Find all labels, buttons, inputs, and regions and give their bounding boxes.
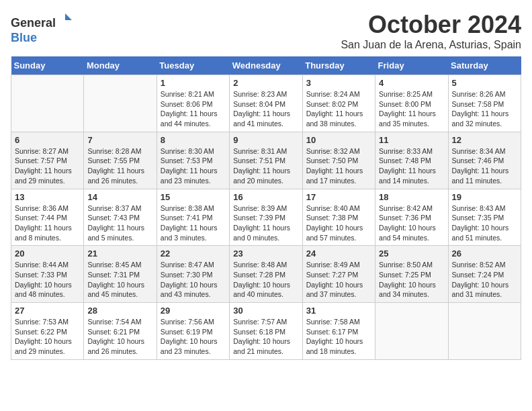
day-number: 19 [452, 192, 517, 202]
calendar-cell: 15Sunrise: 8:38 AMSunset: 7:41 PMDayligh… [157, 189, 229, 246]
day-detail: Sunrise: 8:24 AMSunset: 8:02 PMDaylight:… [306, 89, 371, 129]
calendar-cell: 18Sunrise: 8:42 AMSunset: 7:36 PMDayligh… [375, 189, 448, 246]
calendar-cell: 1Sunrise: 8:21 AMSunset: 8:06 PMDaylight… [157, 75, 229, 132]
calendar-cell: 13Sunrise: 8:36 AMSunset: 7:44 PMDayligh… [11, 189, 84, 246]
day-number: 16 [233, 192, 298, 202]
day-detail: Sunrise: 8:38 AMSunset: 7:41 PMDaylight:… [161, 203, 226, 243]
day-number: 8 [161, 135, 226, 145]
calendar-cell: 8Sunrise: 8:30 AMSunset: 7:53 PMDaylight… [157, 132, 229, 189]
calendar-cell: 31Sunrise: 7:58 AMSunset: 6:17 PMDayligh… [302, 303, 375, 360]
column-header-sunday: Sunday [11, 56, 84, 75]
calendar-cell: 27Sunrise: 7:53 AMSunset: 6:22 PMDayligh… [11, 303, 84, 360]
column-header-saturday: Saturday [448, 56, 521, 75]
calendar-cell [375, 303, 448, 360]
calendar-week-3: 13Sunrise: 8:36 AMSunset: 7:44 PMDayligh… [11, 189, 521, 246]
day-number: 10 [306, 135, 371, 145]
day-detail: Sunrise: 8:23 AMSunset: 8:04 PMDaylight:… [233, 89, 298, 129]
day-detail: Sunrise: 8:33 AMSunset: 7:48 PMDaylight:… [379, 146, 444, 186]
column-header-wednesday: Wednesday [230, 56, 302, 75]
day-number: 25 [379, 248, 444, 259]
calendar-cell: 3Sunrise: 8:24 AMSunset: 8:02 PMDaylight… [302, 75, 375, 132]
day-number: 13 [15, 192, 80, 202]
month-title: October 2024 [341, 11, 521, 39]
calendar-cell: 24Sunrise: 8:49 AMSunset: 7:27 PMDayligh… [302, 246, 375, 303]
calendar-cell: 23Sunrise: 8:48 AMSunset: 7:28 PMDayligh… [230, 246, 302, 303]
calendar-cell: 29Sunrise: 7:56 AMSunset: 6:19 PMDayligh… [157, 303, 229, 360]
day-number: 22 [161, 248, 226, 259]
location-subtitle: San Juan de la Arena, Asturias, Spain [341, 39, 521, 51]
day-number: 17 [306, 192, 371, 202]
calendar-cell: 10Sunrise: 8:32 AMSunset: 7:50 PMDayligh… [302, 132, 375, 189]
day-detail: Sunrise: 8:49 AMSunset: 7:27 PMDaylight:… [306, 260, 371, 300]
day-detail: Sunrise: 8:28 AMSunset: 7:55 PMDaylight:… [87, 146, 152, 186]
calendar-cell: 14Sunrise: 8:37 AMSunset: 7:43 PMDayligh… [84, 189, 157, 246]
column-header-monday: Monday [84, 56, 157, 75]
calendar-cell: 19Sunrise: 8:43 AMSunset: 7:35 PMDayligh… [448, 189, 521, 246]
calendar-cell: 16Sunrise: 8:39 AMSunset: 7:39 PMDayligh… [230, 189, 302, 246]
page-header: General Blue October 2024 San Juan de la… [11, 11, 521, 51]
calendar-cell [11, 75, 84, 132]
calendar-cell: 25Sunrise: 8:50 AMSunset: 7:25 PMDayligh… [375, 246, 448, 303]
day-detail: Sunrise: 8:52 AMSunset: 7:24 PMDaylight:… [452, 260, 517, 300]
day-detail: Sunrise: 8:37 AMSunset: 7:43 PMDaylight:… [87, 203, 152, 243]
calendar-cell: 2Sunrise: 8:23 AMSunset: 8:04 PMDaylight… [230, 75, 302, 132]
day-detail: Sunrise: 8:32 AMSunset: 7:50 PMDaylight:… [306, 146, 371, 186]
day-detail: Sunrise: 7:54 AMSunset: 6:21 PMDaylight:… [87, 317, 152, 357]
day-number: 1 [161, 78, 226, 88]
day-number: 30 [233, 306, 298, 316]
day-number: 27 [15, 306, 80, 316]
day-number: 11 [379, 135, 444, 145]
calendar-week-1: 1Sunrise: 8:21 AMSunset: 8:06 PMDaylight… [11, 75, 521, 132]
calendar-cell: 21Sunrise: 8:45 AMSunset: 7:31 PMDayligh… [84, 246, 157, 303]
day-number: 14 [87, 192, 152, 202]
day-detail: Sunrise: 8:26 AMSunset: 7:58 PMDaylight:… [452, 89, 517, 129]
day-detail: Sunrise: 8:34 AMSunset: 7:46 PMDaylight:… [452, 146, 517, 186]
day-detail: Sunrise: 8:36 AMSunset: 7:44 PMDaylight:… [15, 203, 80, 243]
calendar-week-5: 27Sunrise: 7:53 AMSunset: 6:22 PMDayligh… [11, 303, 521, 360]
calendar-cell: 30Sunrise: 7:57 AMSunset: 6:18 PMDayligh… [230, 303, 302, 360]
day-number: 31 [306, 306, 371, 316]
logo: General Blue [11, 11, 73, 45]
day-number: 2 [233, 78, 298, 88]
logo-icon [57, 11, 73, 27]
day-detail: Sunrise: 8:21 AMSunset: 8:06 PMDaylight:… [161, 89, 226, 129]
day-number: 21 [87, 248, 152, 259]
day-number: 20 [15, 248, 80, 259]
calendar-cell: 26Sunrise: 8:52 AMSunset: 7:24 PMDayligh… [448, 246, 521, 303]
day-number: 7 [87, 135, 152, 145]
day-number: 18 [379, 192, 444, 202]
day-detail: Sunrise: 7:56 AMSunset: 6:19 PMDaylight:… [161, 317, 226, 357]
column-header-tuesday: Tuesday [157, 56, 229, 75]
day-number: 28 [87, 306, 152, 316]
day-detail: Sunrise: 8:31 AMSunset: 7:51 PMDaylight:… [233, 146, 298, 186]
title-block: October 2024 San Juan de la Arena, Astur… [341, 11, 521, 51]
day-number: 23 [233, 248, 298, 259]
calendar-week-4: 20Sunrise: 8:44 AMSunset: 7:33 PMDayligh… [11, 246, 521, 303]
calendar-cell [84, 75, 157, 132]
day-detail: Sunrise: 8:45 AMSunset: 7:31 PMDaylight:… [87, 260, 152, 300]
day-number: 6 [15, 135, 80, 145]
calendar-cell: 9Sunrise: 8:31 AMSunset: 7:51 PMDaylight… [230, 132, 302, 189]
day-number: 24 [306, 248, 371, 259]
calendar-header-row: SundayMondayTuesdayWednesdayThursdayFrid… [11, 56, 521, 75]
day-detail: Sunrise: 8:50 AMSunset: 7:25 PMDaylight:… [379, 260, 444, 300]
logo-general-text: General [11, 16, 56, 30]
day-number: 26 [452, 248, 517, 259]
day-detail: Sunrise: 8:27 AMSunset: 7:57 PMDaylight:… [15, 146, 80, 186]
calendar-cell [448, 303, 521, 360]
svg-marker-0 [65, 13, 72, 20]
day-detail: Sunrise: 8:40 AMSunset: 7:38 PMDaylight:… [306, 203, 371, 243]
calendar-table: SundayMondayTuesdayWednesdayThursdayFrid… [11, 56, 521, 360]
day-detail: Sunrise: 8:47 AMSunset: 7:30 PMDaylight:… [161, 260, 226, 300]
day-number: 29 [161, 306, 226, 316]
day-number: 5 [452, 78, 517, 88]
calendar-cell: 7Sunrise: 8:28 AMSunset: 7:55 PMDaylight… [84, 132, 157, 189]
logo-blue-text: Blue [11, 31, 37, 44]
day-detail: Sunrise: 8:39 AMSunset: 7:39 PMDaylight:… [233, 203, 298, 243]
day-detail: Sunrise: 7:53 AMSunset: 6:22 PMDaylight:… [15, 317, 80, 357]
day-number: 12 [452, 135, 517, 145]
day-detail: Sunrise: 8:44 AMSunset: 7:33 PMDaylight:… [15, 260, 80, 300]
calendar-week-2: 6Sunrise: 8:27 AMSunset: 7:57 PMDaylight… [11, 132, 521, 189]
calendar-cell: 6Sunrise: 8:27 AMSunset: 7:57 PMDaylight… [11, 132, 84, 189]
calendar-cell: 12Sunrise: 8:34 AMSunset: 7:46 PMDayligh… [448, 132, 521, 189]
